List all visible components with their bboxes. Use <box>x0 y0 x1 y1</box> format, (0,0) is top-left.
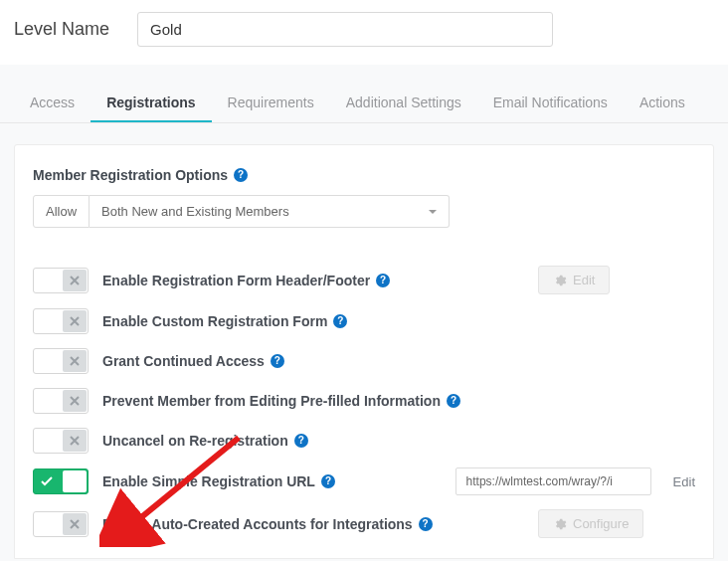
option-uncancel: Uncancel on Re-registration ? <box>33 428 695 454</box>
toggle-uncancel[interactable] <box>33 428 89 454</box>
help-icon[interactable]: ? <box>333 314 347 328</box>
tab-access[interactable]: Access <box>14 85 91 122</box>
toggle-custom-form[interactable] <box>33 308 89 334</box>
option-header-footer: Enable Registration Form Header/Footer ?… <box>33 266 695 294</box>
section-title: Member Registration Options ? <box>33 167 695 183</box>
edit-button[interactable]: Edit <box>538 266 610 294</box>
tabs-bar: Access Registrations Requirements Additi… <box>0 65 728 124</box>
gear-icon <box>553 517 567 531</box>
allow-row: Allow Both New and Existing Members <box>33 195 695 228</box>
tab-additional-settings[interactable]: Additional Settings <box>330 85 477 122</box>
tabs: Access Registrations Requirements Additi… <box>0 85 728 123</box>
close-icon <box>63 390 87 412</box>
option-label: Grant Continued Access ? <box>102 353 284 369</box>
help-icon[interactable]: ? <box>419 517 433 531</box>
help-icon[interactable]: ? <box>321 474 335 488</box>
option-custom-form: Enable Custom Registration Form ? <box>33 308 695 334</box>
toggle-header-footer[interactable] <box>33 268 89 293</box>
toggle-simple-url[interactable] <box>33 468 89 494</box>
help-icon[interactable]: ? <box>294 434 308 448</box>
option-auto-accounts: Enable Auto-Created Accounts for Integra… <box>33 509 695 538</box>
tab-actions[interactable]: Actions <box>624 85 701 122</box>
tab-email-notifications[interactable]: Email Notifications <box>477 85 624 122</box>
registrations-panel: Member Registration Options ? Allow Both… <box>14 144 714 559</box>
allow-select-value: Both New and Existing Members <box>101 204 289 219</box>
close-icon <box>63 430 87 452</box>
level-name-input[interactable] <box>137 12 553 47</box>
close-icon <box>63 270 87 291</box>
section-title-text: Member Registration Options <box>33 167 228 183</box>
option-label: Enable Auto-Created Accounts for Integra… <box>102 516 433 532</box>
level-header: Level Name <box>0 0 728 65</box>
help-icon[interactable]: ? <box>447 394 460 408</box>
close-icon <box>63 310 87 332</box>
toggle-grant-access[interactable] <box>33 348 89 374</box>
option-simple-url: Enable Simple Registration URL ? Edit <box>33 468 695 495</box>
toggle-prevent-edit[interactable] <box>33 388 89 414</box>
option-prevent-edit: Prevent Member from Editing Pre-filled I… <box>33 388 695 414</box>
option-grant-access: Grant Continued Access ? <box>33 348 695 374</box>
configure-button[interactable]: Configure <box>538 509 643 538</box>
level-name-label: Level Name <box>14 19 109 40</box>
edit-link[interactable]: Edit <box>673 474 695 489</box>
help-icon[interactable]: ? <box>234 168 248 182</box>
check-icon <box>35 470 59 492</box>
help-icon[interactable]: ? <box>376 274 390 287</box>
option-label: Uncancel on Re-registration ? <box>102 433 308 449</box>
allow-select[interactable]: Both New and Existing Members <box>90 195 450 228</box>
option-label: Enable Custom Registration Form ? <box>102 313 347 329</box>
help-icon[interactable]: ? <box>271 354 284 368</box>
option-label: Prevent Member from Editing Pre-filled I… <box>102 393 460 409</box>
simple-url-input[interactable] <box>455 468 651 495</box>
option-label: Enable Simple Registration URL ? <box>102 473 335 489</box>
close-icon <box>63 350 87 372</box>
tab-requirements[interactable]: Requirements <box>212 85 330 122</box>
gear-icon <box>553 274 567 287</box>
option-label: Enable Registration Form Header/Footer ? <box>102 273 390 288</box>
tab-registrations[interactable]: Registrations <box>91 85 211 122</box>
allow-label: Allow <box>33 195 90 228</box>
close-icon <box>63 513 87 535</box>
toggle-auto-accounts[interactable] <box>33 511 89 537</box>
